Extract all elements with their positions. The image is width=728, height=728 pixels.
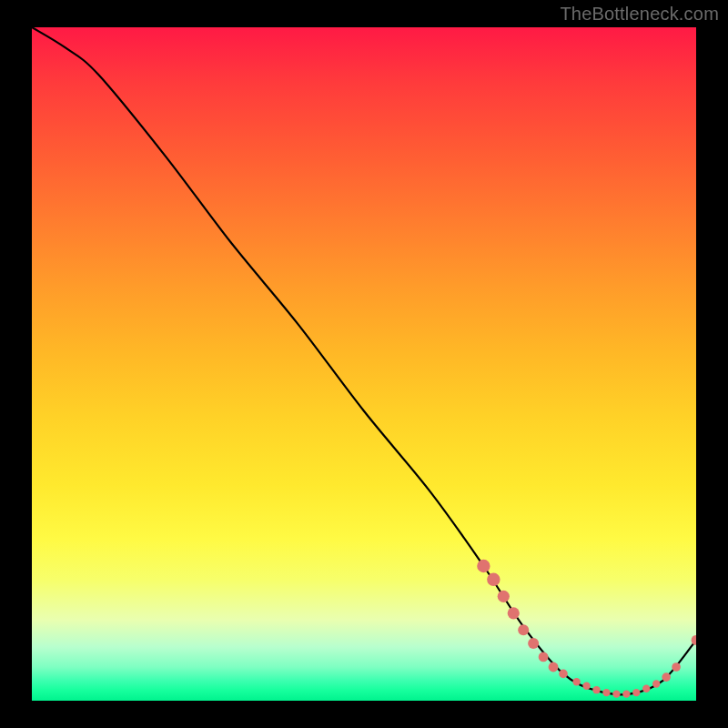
data-marker (498, 591, 510, 602)
chart-svg (32, 27, 696, 701)
data-marker (477, 560, 490, 572)
data-marker (539, 652, 549, 662)
data-marker (592, 686, 600, 693)
data-marker (612, 690, 620, 697)
plot-area (32, 27, 696, 701)
data-marker (602, 689, 610, 696)
bottleneck-curve (32, 27, 696, 694)
data-marker (559, 670, 568, 679)
data-marker (632, 689, 640, 696)
data-marker (692, 635, 696, 645)
data-marker (528, 638, 539, 649)
data-marker (582, 682, 590, 690)
data-markers (477, 560, 696, 698)
data-marker (622, 690, 630, 697)
data-marker (508, 607, 520, 619)
watermark-text: TheBottleneck.com (560, 4, 719, 25)
data-marker (549, 662, 559, 672)
data-marker (652, 680, 660, 687)
data-marker (572, 678, 580, 685)
data-marker (518, 624, 529, 635)
data-marker (487, 573, 500, 586)
data-marker (662, 672, 671, 682)
data-marker (672, 662, 681, 672)
chart-frame: TheBottleneck.com (0, 0, 728, 728)
data-marker (642, 684, 650, 692)
